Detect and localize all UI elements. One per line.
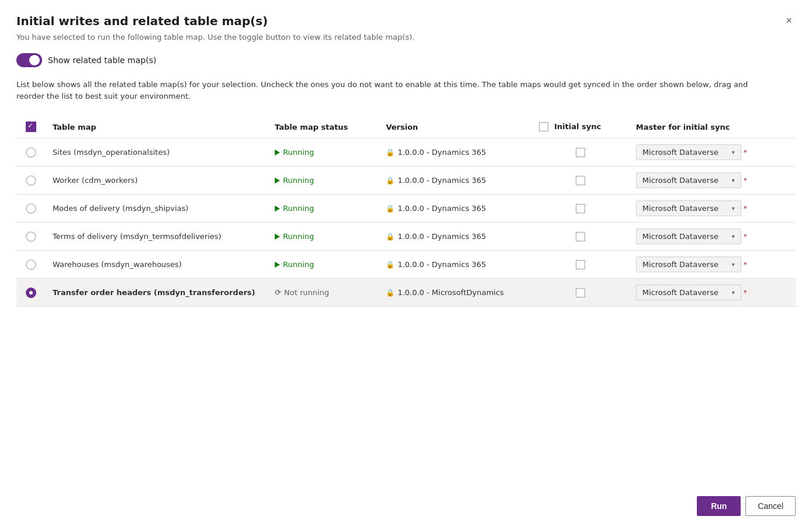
chevron-down-icon: ▾ — [732, 177, 735, 183]
play-icon — [275, 262, 280, 268]
row-initialsync[interactable] — [532, 138, 629, 167]
row-select-cell[interactable] — [16, 251, 46, 279]
row-select-cell[interactable] — [16, 138, 46, 167]
th-version: Version — [379, 116, 531, 138]
master-value: Microsoft Dataverse — [642, 176, 718, 185]
master-value: Microsoft Dataverse — [642, 148, 718, 157]
initialsync-checkbox[interactable] — [576, 232, 585, 241]
initialsync-checkbox[interactable] — [576, 176, 585, 185]
row-tablemap-name: Modes of delivery (msdyn_shipvias) — [46, 195, 268, 223]
master-dropdown[interactable]: Microsoft Dataverse ▾ — [636, 228, 741, 244]
master-wrap: Microsoft Dataverse ▾ * — [636, 200, 789, 216]
run-button[interactable]: Run — [697, 496, 741, 516]
select-all-checkbox[interactable] — [26, 122, 36, 132]
initialsync-checkbox[interactable] — [576, 260, 585, 269]
row-version: 🔒1.0.0.0 - MicrosoftDynamics — [379, 279, 531, 307]
row-radio[interactable] — [26, 287, 36, 298]
row-radio[interactable] — [26, 231, 36, 242]
row-master: Microsoft Dataverse ▾ * — [629, 195, 796, 223]
row-select-cell[interactable] — [16, 223, 46, 251]
row-radio[interactable] — [26, 203, 36, 214]
dialog-footer: Run Cancel — [697, 496, 796, 516]
table-row: Modes of delivery (msdyn_shipvias)Runnin… — [16, 195, 796, 223]
row-version: 🔒1.0.0.0 - Dynamics 365 — [379, 138, 531, 167]
chevron-down-icon: ▾ — [732, 233, 735, 240]
row-initialsync[interactable] — [532, 279, 629, 307]
master-dropdown[interactable]: Microsoft Dataverse ▾ — [636, 144, 741, 160]
chevron-down-icon: ▾ — [732, 205, 735, 212]
table-row: Worker (cdm_workers)Running🔒1.0.0.0 - Dy… — [16, 167, 796, 195]
row-status: Running — [268, 223, 379, 251]
version-cell: 🔒1.0.0.0 - Dynamics 365 — [386, 176, 524, 185]
required-indicator: * — [744, 148, 747, 157]
row-status: Running — [268, 138, 379, 167]
row-status: Running — [268, 167, 379, 195]
dialog-title: Initial writes and related table map(s) — [16, 14, 268, 28]
close-button[interactable]: × — [782, 14, 796, 27]
row-tablemap-name: Sites (msdyn_operationalsites) — [46, 138, 268, 167]
row-initialsync[interactable] — [532, 195, 629, 223]
master-wrap: Microsoft Dataverse ▾ * — [636, 144, 789, 160]
row-select-cell[interactable] — [16, 195, 46, 223]
row-master: Microsoft Dataverse ▾ * — [629, 138, 796, 167]
row-tablemap-name: Transfer order headers (msdyn_transferor… — [46, 279, 268, 307]
version-cell: 🔒1.0.0.0 - MicrosoftDynamics — [386, 288, 524, 297]
description-text: List below shows all the related table m… — [16, 79, 776, 102]
table-body: Sites (msdyn_operationalsites)Running🔒1.… — [16, 138, 796, 307]
main-table: Table map Table map status Version Initi… — [16, 116, 796, 307]
header-initialsync-checkbox[interactable] — [539, 122, 548, 131]
lock-icon: 🔒 — [386, 233, 395, 241]
master-value: Microsoft Dataverse — [642, 204, 718, 213]
version-cell: 🔒1.0.0.0 - Dynamics 365 — [386, 204, 524, 213]
row-select-cell[interactable] — [16, 279, 46, 307]
th-tablemap: Table map — [46, 116, 268, 138]
master-wrap: Microsoft Dataverse ▾ * — [636, 228, 789, 244]
row-master: Microsoft Dataverse ▾ * — [629, 223, 796, 251]
master-dropdown[interactable]: Microsoft Dataverse ▾ — [636, 285, 741, 300]
dialog-subtitle: You have selected to run the following t… — [16, 33, 796, 41]
version-cell: 🔒1.0.0.0 - Dynamics 365 — [386, 148, 524, 157]
lock-icon: 🔒 — [386, 205, 395, 213]
status-running: Running — [275, 148, 372, 157]
master-wrap: Microsoft Dataverse ▾ * — [636, 172, 789, 188]
play-icon — [275, 178, 280, 183]
master-dropdown[interactable]: Microsoft Dataverse ▾ — [636, 172, 741, 188]
version-cell: 🔒1.0.0.0 - Dynamics 365 — [386, 232, 524, 241]
master-wrap: Microsoft Dataverse ▾ * — [636, 285, 789, 300]
master-dropdown[interactable]: Microsoft Dataverse ▾ — [636, 257, 741, 272]
initialsync-checkbox[interactable] — [576, 204, 585, 213]
master-value: Microsoft Dataverse — [642, 232, 718, 241]
master-wrap: Microsoft Dataverse ▾ * — [636, 257, 789, 272]
master-dropdown[interactable]: Microsoft Dataverse ▾ — [636, 200, 741, 216]
cancel-button[interactable]: Cancel — [745, 496, 796, 516]
th-select-all[interactable] — [16, 116, 46, 138]
toggle-track — [16, 53, 42, 67]
chevron-down-icon: ▾ — [732, 289, 735, 296]
lock-icon: 🔒 — [386, 176, 395, 185]
row-master: Microsoft Dataverse ▾ * — [629, 167, 796, 195]
row-radio[interactable] — [26, 147, 36, 158]
sync-icon: ⟳ — [275, 288, 281, 297]
row-radio[interactable] — [26, 259, 36, 270]
th-initialsync: Initial sync — [532, 116, 629, 138]
row-initialsync[interactable] — [532, 251, 629, 279]
row-status: Running — [268, 251, 379, 279]
row-radio[interactable] — [26, 175, 36, 186]
required-indicator: * — [744, 289, 747, 297]
status-running: Running — [275, 260, 372, 269]
row-select-cell[interactable] — [16, 167, 46, 195]
row-initialsync[interactable] — [532, 223, 629, 251]
table-row: Warehouses (msdyn_warehouses)Running🔒1.0… — [16, 251, 796, 279]
master-value: Microsoft Dataverse — [642, 288, 718, 297]
initialsync-checkbox[interactable] — [576, 288, 585, 297]
row-tablemap-name: Terms of delivery (msdyn_termsofdeliveri… — [46, 223, 268, 251]
row-status: Running — [268, 195, 379, 223]
table-row: Terms of delivery (msdyn_termsofdeliveri… — [16, 223, 796, 251]
row-version: 🔒1.0.0.0 - Dynamics 365 — [379, 223, 531, 251]
initialsync-checkbox[interactable] — [576, 148, 585, 157]
required-indicator: * — [744, 205, 747, 213]
play-icon — [275, 206, 280, 212]
status-notrunning: ⟳Not running — [275, 288, 372, 297]
show-related-toggle[interactable] — [16, 53, 42, 67]
row-initialsync[interactable] — [532, 167, 629, 195]
